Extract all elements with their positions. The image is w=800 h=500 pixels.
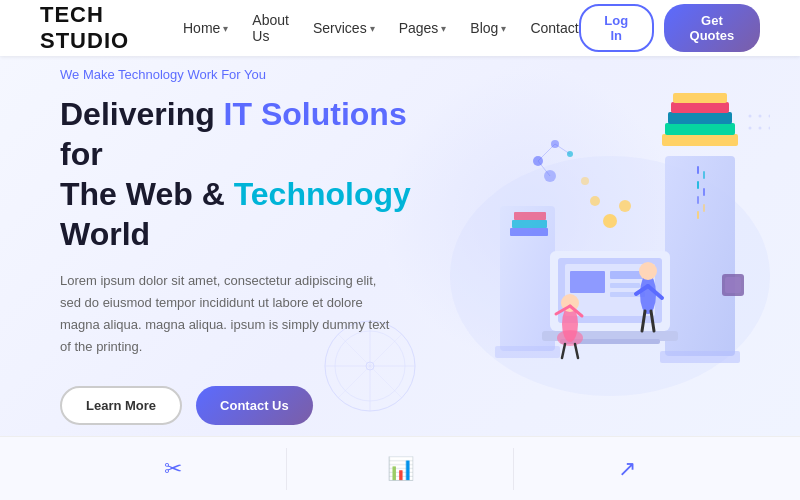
svg-point-62	[749, 115, 752, 118]
hero-content: We Make Technology Work For You Deliveri…	[60, 67, 440, 425]
svg-point-65	[759, 127, 762, 130]
svg-point-43	[590, 196, 600, 206]
svg-rect-22	[610, 283, 640, 288]
svg-rect-12	[668, 112, 732, 124]
cards-section: ✂ 📊 ↗	[0, 436, 800, 500]
chart-icon: 📊	[387, 456, 414, 482]
hero-illustration-svg	[410, 76, 770, 416]
contact-us-button[interactable]: Contact Us	[196, 386, 313, 425]
card-item-1: ✂	[60, 448, 287, 490]
hero-title-line2: The Web & Technology World	[60, 176, 411, 252]
svg-rect-55	[697, 196, 699, 204]
svg-rect-54	[697, 181, 699, 189]
svg-rect-61	[725, 277, 741, 293]
chevron-down-icon: ▾	[370, 23, 375, 34]
hero-title-text2: for	[60, 136, 103, 172]
svg-point-64	[749, 127, 752, 130]
hero-title-highlight1: IT Solutions	[224, 96, 407, 132]
svg-point-27	[639, 262, 657, 280]
hero-title-text1: Delivering	[60, 96, 224, 132]
nav-blog[interactable]: Blog ▾	[470, 20, 506, 36]
svg-line-50	[538, 144, 555, 161]
nav-home[interactable]: Home ▾	[183, 20, 228, 36]
svg-point-45	[581, 177, 589, 185]
chevron-down-icon: ▾	[501, 23, 506, 34]
svg-line-51	[555, 144, 570, 154]
brand-logo: TECH STUDIO	[40, 2, 183, 54]
hero-tagline: We Make Technology Work For You	[60, 67, 440, 82]
svg-rect-16	[495, 346, 560, 358]
svg-rect-40	[512, 220, 547, 228]
hero-buttons: Learn More Contact Us	[60, 386, 440, 425]
svg-point-34	[557, 330, 583, 346]
svg-rect-8	[665, 156, 735, 356]
svg-rect-57	[703, 171, 705, 179]
svg-rect-20	[570, 271, 605, 293]
svg-rect-41	[514, 212, 546, 220]
nav-buttons: Log In Get Quotes	[579, 4, 760, 52]
chevron-down-icon: ▾	[223, 23, 228, 34]
nav-pages[interactable]: Pages ▾	[399, 20, 447, 36]
hero-title-highlight2: Technology	[234, 176, 411, 212]
svg-point-67	[769, 127, 771, 130]
learn-more-button[interactable]: Learn More	[60, 386, 182, 425]
svg-point-44	[619, 200, 631, 212]
nav-services[interactable]: Services ▾	[313, 20, 375, 36]
share-icon: ↗	[618, 456, 636, 482]
svg-rect-9	[660, 351, 740, 363]
svg-rect-56	[697, 211, 699, 219]
svg-rect-10	[662, 134, 738, 146]
tools-icon: ✂	[164, 456, 182, 482]
svg-rect-14	[673, 93, 727, 103]
svg-point-66	[769, 115, 771, 118]
svg-point-42	[603, 214, 617, 228]
nav-contact[interactable]: Contact	[530, 20, 578, 36]
svg-point-63	[759, 115, 762, 118]
svg-rect-58	[703, 188, 705, 196]
svg-rect-11	[665, 123, 735, 135]
hero-section: We Make Technology Work For You Deliveri…	[0, 56, 800, 436]
svg-rect-39	[510, 228, 548, 236]
get-quotes-button[interactable]: Get Quotes	[664, 4, 760, 52]
nav-about[interactable]: About Us	[252, 12, 289, 44]
nav-links: Home ▾ About Us Services ▾ Pages ▾ Blog …	[183, 12, 579, 44]
card-item-3: ↗	[514, 448, 740, 490]
navbar: TECH STUDIO Home ▾ About Us Services ▾ P…	[0, 0, 800, 56]
login-button[interactable]: Log In	[579, 4, 654, 52]
hero-description: Lorem ipsum dolor sit amet, consectetur …	[60, 270, 400, 358]
chevron-down-icon: ▾	[441, 23, 446, 34]
svg-rect-13	[671, 102, 729, 113]
card-item-2: 📊	[287, 448, 514, 490]
svg-rect-53	[697, 166, 699, 174]
hero-title: Delivering IT Solutions for The Web & Te…	[60, 94, 440, 254]
hero-illustration	[400, 56, 780, 436]
svg-rect-59	[703, 204, 705, 212]
